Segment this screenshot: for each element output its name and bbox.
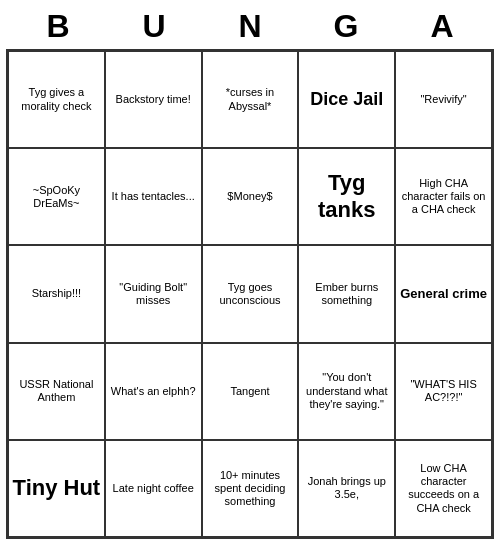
cell-a5: Low CHA character succeeds on a CHA chec… — [395, 440, 492, 537]
cell-n5: 10+ minutes spent deciding something — [202, 440, 299, 537]
cell-a2: High CHA character fails on a CHA check — [395, 148, 492, 245]
cell-g3: Ember burns something — [298, 245, 395, 342]
cell-u2: It has tentacles... — [105, 148, 202, 245]
cell-b1: Tyg gives a morality check — [8, 51, 105, 148]
cell-u1: Backstory time! — [105, 51, 202, 148]
letter-g: G — [302, 8, 390, 45]
cell-g1: Dice Jail — [298, 51, 395, 148]
bingo-grid: Tyg gives a morality checkBackstory time… — [6, 49, 494, 539]
cell-a3: General crime — [395, 245, 492, 342]
cell-g5: Jonah brings up 3.5e, — [298, 440, 395, 537]
cell-b5: Tiny Hut — [8, 440, 105, 537]
cell-n1: *curses in Abyssal* — [202, 51, 299, 148]
cell-n3: Tyg goes unconscious — [202, 245, 299, 342]
cell-n2: $Money$ — [202, 148, 299, 245]
bingo-header: B U N G A — [10, 0, 490, 49]
cell-g2: Tyg tanks — [298, 148, 395, 245]
cell-b4: USSR National Anthem — [8, 343, 105, 440]
cell-a1: "Revivify" — [395, 51, 492, 148]
letter-a: A — [398, 8, 486, 45]
letter-u: U — [110, 8, 198, 45]
cell-n4: Tangent — [202, 343, 299, 440]
letter-b: B — [14, 8, 102, 45]
cell-b2: ~SpOoKy DrEaMs~ — [8, 148, 105, 245]
cell-a4: "WHAT'S HIS AC?!?!" — [395, 343, 492, 440]
cell-u5: Late night coffee — [105, 440, 202, 537]
cell-b3: Starship!!! — [8, 245, 105, 342]
letter-n: N — [206, 8, 294, 45]
cell-u4: What's an elphh? — [105, 343, 202, 440]
cell-u3: "Guiding Bolt" misses — [105, 245, 202, 342]
cell-g4: "You don't understand what they're sayin… — [298, 343, 395, 440]
